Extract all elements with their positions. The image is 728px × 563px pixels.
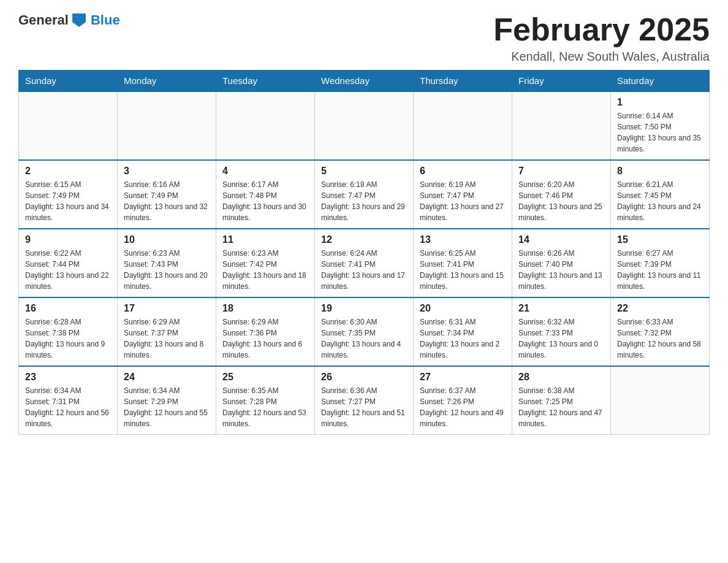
calendar-header-sunday: Sunday — [19, 71, 118, 92]
calendar-day-cell: 9Sunrise: 6:22 AM Sunset: 7:44 PM Daylig… — [19, 229, 118, 297]
day-info: Sunrise: 6:32 AM Sunset: 7:33 PM Dayligh… — [518, 316, 604, 361]
calendar-day-cell: 6Sunrise: 6:19 AM Sunset: 7:47 PM Daylig… — [414, 160, 512, 229]
calendar-day-cell: 27Sunrise: 6:37 AM Sunset: 7:26 PM Dayli… — [414, 366, 512, 435]
calendar-day-cell — [315, 91, 414, 160]
day-info: Sunrise: 6:34 AM Sunset: 7:31 PM Dayligh… — [25, 385, 111, 429]
day-info: Sunrise: 6:38 AM Sunset: 7:25 PM Dayligh… — [518, 385, 604, 429]
day-info: Sunrise: 6:17 AM Sunset: 7:48 PM Dayligh… — [222, 179, 308, 223]
day-info: Sunrise: 6:25 AM Sunset: 7:41 PM Dayligh… — [420, 248, 506, 292]
day-number: 3 — [124, 166, 210, 177]
day-info: Sunrise: 6:28 AM Sunset: 7:38 PM Dayligh… — [25, 316, 111, 361]
calendar-header-saturday: Saturday — [611, 71, 710, 92]
day-number: 4 — [222, 166, 308, 177]
calendar-day-cell: 18Sunrise: 6:29 AM Sunset: 7:36 PM Dayli… — [216, 297, 315, 366]
calendar-day-cell: 24Sunrise: 6:34 AM Sunset: 7:29 PM Dayli… — [118, 366, 216, 435]
day-number: 16 — [25, 303, 111, 314]
day-info: Sunrise: 6:30 AM Sunset: 7:35 PM Dayligh… — [321, 316, 407, 361]
logo-icon — [72, 13, 86, 27]
day-info: Sunrise: 6:37 AM Sunset: 7:26 PM Dayligh… — [420, 385, 506, 429]
calendar-day-cell: 13Sunrise: 6:25 AM Sunset: 7:41 PM Dayli… — [414, 229, 512, 297]
day-number: 27 — [420, 372, 506, 383]
calendar-day-cell: 20Sunrise: 6:31 AM Sunset: 7:34 PM Dayli… — [414, 297, 512, 366]
calendar-day-cell: 23Sunrise: 6:34 AM Sunset: 7:31 PM Dayli… — [19, 366, 118, 435]
day-number: 8 — [617, 166, 703, 177]
calendar-week-row: 16Sunrise: 6:28 AM Sunset: 7:38 PM Dayli… — [19, 297, 710, 366]
location-title: Kendall, New South Wales, Australia — [493, 50, 710, 64]
svg-marker-0 — [72, 13, 86, 27]
calendar-week-row: 2Sunrise: 6:15 AM Sunset: 7:49 PM Daylig… — [19, 160, 710, 229]
day-info: Sunrise: 6:31 AM Sunset: 7:34 PM Dayligh… — [420, 316, 506, 361]
calendar-week-row: 23Sunrise: 6:34 AM Sunset: 7:31 PM Dayli… — [19, 366, 710, 435]
calendar-day-cell: 11Sunrise: 6:23 AM Sunset: 7:42 PM Dayli… — [216, 229, 315, 297]
calendar-day-cell: 22Sunrise: 6:33 AM Sunset: 7:32 PM Dayli… — [611, 297, 710, 366]
calendar-week-row: 1Sunrise: 6:14 AM Sunset: 7:50 PM Daylig… — [19, 91, 710, 160]
day-info: Sunrise: 6:23 AM Sunset: 7:42 PM Dayligh… — [222, 248, 308, 292]
logo-text-blue: Blue — [91, 12, 120, 28]
day-number: 11 — [222, 234, 308, 245]
calendar-day-cell: 1Sunrise: 6:14 AM Sunset: 7:50 PM Daylig… — [611, 91, 710, 160]
day-info: Sunrise: 6:14 AM Sunset: 7:50 PM Dayligh… — [617, 110, 703, 155]
calendar-day-cell: 14Sunrise: 6:26 AM Sunset: 7:40 PM Dayli… — [512, 229, 611, 297]
calendar-day-cell: 5Sunrise: 6:18 AM Sunset: 7:47 PM Daylig… — [315, 160, 414, 229]
calendar-day-cell: 21Sunrise: 6:32 AM Sunset: 7:33 PM Dayli… — [512, 297, 611, 366]
calendar-day-cell: 16Sunrise: 6:28 AM Sunset: 7:38 PM Dayli… — [19, 297, 118, 366]
day-info: Sunrise: 6:24 AM Sunset: 7:41 PM Dayligh… — [321, 248, 407, 292]
calendar-day-cell — [611, 366, 710, 435]
calendar-day-cell: 10Sunrise: 6:23 AM Sunset: 7:43 PM Dayli… — [118, 229, 216, 297]
day-number: 19 — [321, 303, 407, 314]
day-number: 1 — [617, 97, 703, 108]
day-number: 13 — [420, 234, 506, 245]
day-number: 6 — [420, 166, 506, 177]
day-number: 24 — [124, 372, 210, 383]
calendar-day-cell: 7Sunrise: 6:20 AM Sunset: 7:46 PM Daylig… — [512, 160, 611, 229]
calendar-day-cell: 17Sunrise: 6:29 AM Sunset: 7:37 PM Dayli… — [118, 297, 216, 366]
calendar-day-cell — [216, 91, 315, 160]
day-info: Sunrise: 6:29 AM Sunset: 7:37 PM Dayligh… — [124, 316, 210, 361]
day-number: 12 — [321, 234, 407, 245]
calendar-day-cell: 26Sunrise: 6:36 AM Sunset: 7:27 PM Dayli… — [315, 366, 414, 435]
day-info: Sunrise: 6:20 AM Sunset: 7:46 PM Dayligh… — [518, 179, 604, 223]
calendar-table: SundayMondayTuesdayWednesdayThursdayFrid… — [18, 70, 710, 435]
calendar-week-row: 9Sunrise: 6:22 AM Sunset: 7:44 PM Daylig… — [19, 229, 710, 297]
day-number: 9 — [25, 234, 111, 245]
calendar-header-monday: Monday — [118, 71, 216, 92]
day-info: Sunrise: 6:15 AM Sunset: 7:49 PM Dayligh… — [25, 179, 111, 223]
day-number: 10 — [124, 234, 210, 245]
day-number: 26 — [321, 372, 407, 383]
day-info: Sunrise: 6:23 AM Sunset: 7:43 PM Dayligh… — [124, 248, 210, 292]
calendar-day-cell: 15Sunrise: 6:27 AM Sunset: 7:39 PM Dayli… — [611, 229, 710, 297]
calendar-header-friday: Friday — [512, 71, 611, 92]
day-info: Sunrise: 6:36 AM Sunset: 7:27 PM Dayligh… — [321, 385, 407, 429]
calendar-day-cell: 25Sunrise: 6:35 AM Sunset: 7:28 PM Dayli… — [216, 366, 315, 435]
day-info: Sunrise: 6:34 AM Sunset: 7:29 PM Dayligh… — [124, 385, 210, 429]
title-block: February 2025 Kendall, New South Wales, … — [493, 12, 710, 64]
day-info: Sunrise: 6:21 AM Sunset: 7:45 PM Dayligh… — [617, 179, 703, 223]
calendar-header-thursday: Thursday — [414, 71, 512, 92]
calendar-day-cell — [118, 91, 216, 160]
calendar-day-cell: 4Sunrise: 6:17 AM Sunset: 7:48 PM Daylig… — [216, 160, 315, 229]
day-info: Sunrise: 6:29 AM Sunset: 7:36 PM Dayligh… — [222, 316, 308, 361]
calendar-day-cell: 28Sunrise: 6:38 AM Sunset: 7:25 PM Dayli… — [512, 366, 611, 435]
logo: General Blue — [18, 12, 120, 28]
calendar-header-wednesday: Wednesday — [315, 71, 414, 92]
logo-text-general: General — [18, 12, 69, 28]
day-info: Sunrise: 6:19 AM Sunset: 7:47 PM Dayligh… — [420, 179, 506, 223]
day-number: 21 — [518, 303, 604, 314]
day-info: Sunrise: 6:16 AM Sunset: 7:49 PM Dayligh… — [124, 179, 210, 223]
calendar-day-cell — [512, 91, 611, 160]
calendar-day-cell: 19Sunrise: 6:30 AM Sunset: 7:35 PM Dayli… — [315, 297, 414, 366]
calendar-day-cell: 3Sunrise: 6:16 AM Sunset: 7:49 PM Daylig… — [118, 160, 216, 229]
calendar-header-row: SundayMondayTuesdayWednesdayThursdayFrid… — [19, 71, 710, 92]
day-info: Sunrise: 6:22 AM Sunset: 7:44 PM Dayligh… — [25, 248, 111, 292]
day-number: 28 — [518, 372, 604, 383]
day-number: 5 — [321, 166, 407, 177]
day-info: Sunrise: 6:27 AM Sunset: 7:39 PM Dayligh… — [617, 248, 703, 292]
calendar-day-cell — [19, 91, 118, 160]
day-number: 20 — [420, 303, 506, 314]
calendar-day-cell — [414, 91, 512, 160]
calendar-day-cell: 2Sunrise: 6:15 AM Sunset: 7:49 PM Daylig… — [19, 160, 118, 229]
calendar-header-tuesday: Tuesday — [216, 71, 315, 92]
month-title: February 2025 — [493, 12, 710, 47]
day-number: 23 — [25, 372, 111, 383]
day-number: 17 — [124, 303, 210, 314]
